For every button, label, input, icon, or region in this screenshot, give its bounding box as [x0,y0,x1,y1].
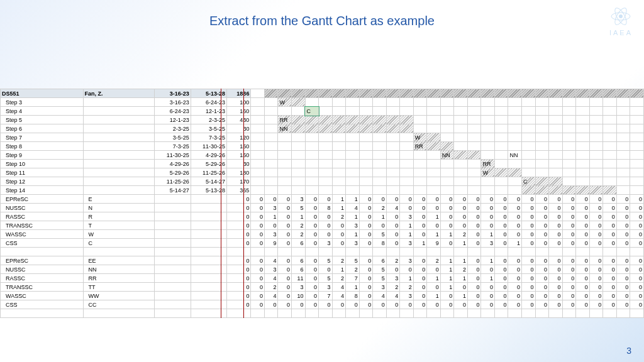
gantt-cell: C [305,107,319,116]
gantt-cell [427,151,441,160]
gantt-cell [332,151,346,160]
gantt-cell [359,177,373,186]
gantt-cell [359,160,373,168]
gantt-cell [467,98,481,107]
gantt-cell [413,186,427,195]
gantt-cell [549,151,563,160]
gantt-cell [427,186,441,195]
gantt-cell [522,186,536,195]
gantt-cell [440,168,454,177]
gantt-cell [373,116,387,124]
gantt-cell [467,142,481,151]
gantt-cell [481,186,495,195]
gantt-cell [630,177,644,186]
gantt-cell [305,133,319,142]
proj-owner: Fan, Z. [83,89,155,98]
page-number: 3 [626,346,631,356]
gantt-cell [454,133,468,142]
gantt-cell [427,98,441,107]
gantt-cell [589,133,603,142]
gantt-cell [400,107,414,116]
gantt-cell [562,186,576,195]
gantt-cell [467,186,481,195]
blank-row [1,248,644,256]
gantt-cell [494,177,508,186]
gantt-cell [264,124,278,133]
gantt-cell [494,142,508,151]
gantt-cell [346,116,360,124]
gantt-cell [400,124,414,133]
gantt-cell [373,142,387,151]
atom-icon [609,5,632,28]
committee-row: TRANSSCTT002030341032200100000000000000 [1,283,644,292]
gantt-cell [494,160,508,168]
gantt-cell [332,107,346,116]
gantt-cell [359,168,373,177]
gantt-cell [616,107,630,116]
gantt-cell: RR [413,142,427,151]
gantt-cell [467,116,481,124]
gantt-cell [467,133,481,142]
gantt-cell [427,142,441,151]
gantt-cell [291,133,305,142]
gantt-cell [305,177,319,186]
gantt-cell [630,151,644,160]
gantt-cell [576,107,590,116]
gantt-cell [278,107,292,116]
gantt-cell [386,168,400,177]
gantt-cell [251,133,265,142]
gantt-cell [576,160,590,168]
committee-row: CSSCC000000000000000000000000000000 [1,300,644,309]
gantt-cell [481,133,495,142]
gantt-cell [549,142,563,151]
gantt-cell: W [278,98,292,107]
gantt-cell [576,186,590,195]
gantt-cell [332,168,346,177]
gantt-cell [603,124,617,133]
gantt-cell [576,124,590,133]
gantt-cell [616,168,630,177]
gantt-step-row: Step 115-29-2611-25-26180W [1,168,644,177]
gantt-cell [332,186,346,195]
iaea-logo: IAEA [609,5,633,36]
gantt-cell [616,151,630,160]
gantt-cell [346,177,360,186]
gantt-cell [630,124,644,133]
gantt-cell [630,116,644,124]
gantt-cell [305,186,319,195]
gantt-cell [494,151,508,160]
committee-row: EPReSCE000030011000000000000000000000 [1,195,644,204]
gantt-cell [603,177,617,186]
gantt-cell [346,142,360,151]
gantt-cell [508,107,522,116]
gantt-cell [400,98,414,107]
gantt-cell [576,168,590,177]
gantt-cell [576,151,590,160]
gantt-cell [494,186,508,195]
gantt-cell [373,151,387,160]
gantt-cell [305,124,319,133]
gantt-cell [630,142,644,151]
gantt-cell [562,98,576,107]
gantt-cell [562,124,576,133]
gantt-cell [616,177,630,186]
gantt-cell [549,107,563,116]
gantt-cell [616,124,630,133]
gantt-cell [576,98,590,107]
gantt-cell [386,142,400,151]
gantt-cell [440,142,454,151]
gantt-cell [454,98,468,107]
gantt-cell [494,98,508,107]
gantt-cell [264,107,278,116]
gantt-cell [522,124,536,133]
gantt-cell [332,98,346,107]
committee-row: CSSC009060303080319010301000000000 [1,239,644,248]
gantt-cell [454,107,468,116]
gantt-cell [508,124,522,133]
gantt-cell [413,107,427,116]
gantt-step-row: Step 911-30-254-29-26150NNNN [1,151,644,160]
gantt-cell [562,151,576,160]
gantt-cell [359,98,373,107]
gantt-cell [589,186,603,195]
gantt-cell: RR [278,116,292,124]
